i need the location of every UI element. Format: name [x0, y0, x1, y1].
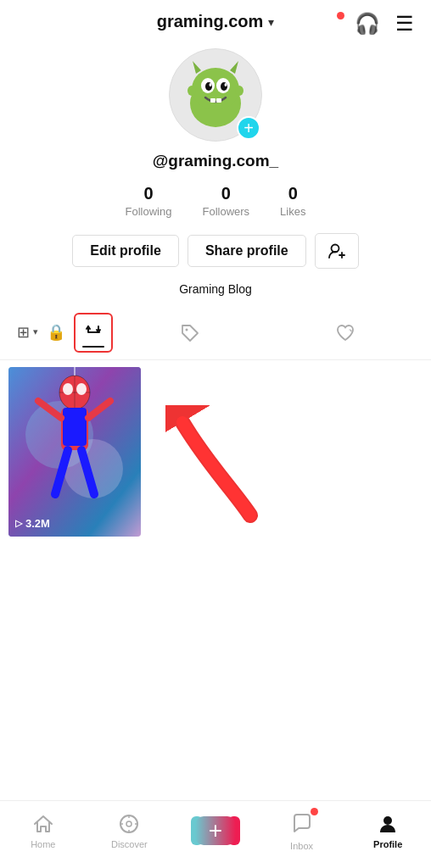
nav-profile[interactable]: Profile — [362, 812, 413, 849]
followers-count: 0 — [221, 184, 231, 203]
liked-icon — [334, 322, 356, 344]
svg-point-13 — [235, 86, 243, 96]
nav-home[interactable]: Home — [18, 812, 69, 849]
inbox-icon-wrap — [290, 810, 314, 837]
repost-icon — [82, 318, 104, 340]
content-grid: ▷ 3.2M — [0, 360, 431, 543]
header: graming.com ▾ 🎧 ☰ — [0, 0, 431, 40]
tab-repost-highlight — [74, 313, 113, 353]
filter-chevron-icon: ▾ — [33, 326, 38, 337]
profile-label: Profile — [373, 839, 402, 849]
video-item[interactable]: ▷ 3.2M — [8, 367, 141, 537]
svg-marker-3 — [230, 61, 238, 74]
lock-icon[interactable]: 🔒 — [47, 323, 65, 342]
svg-rect-11 — [216, 98, 221, 103]
svg-marker-2 — [193, 61, 201, 74]
thumbnail-image — [8, 367, 141, 537]
home-icon — [31, 812, 55, 836]
header-title-wrap[interactable]: graming.com ▾ — [157, 12, 275, 31]
video-thumbnail — [8, 367, 141, 537]
add-avatar-button[interactable]: + — [237, 116, 260, 140]
content-area: ▷ 3.2M — [0, 360, 431, 620]
bottom-nav: Home Discover + Inbox Profil — [0, 800, 431, 868]
stat-likes: 0 Likes — [280, 184, 305, 218]
svg-rect-28 — [63, 408, 87, 446]
filter-button[interactable]: ⊞ ▾ — [17, 323, 38, 342]
play-icon: ▷ — [15, 518, 22, 529]
view-count: 3.2M — [25, 517, 50, 530]
svg-point-9 — [225, 83, 227, 86]
inbox-icon — [290, 810, 314, 834]
nav-discover[interactable]: Discover — [104, 812, 154, 849]
username: @graming.com_ — [153, 152, 278, 170]
header-actions: 🎧 ☰ — [355, 12, 414, 36]
nav-add[interactable]: + — [190, 816, 241, 845]
content-tabs: ⊞ ▾ 🔒 — [0, 304, 431, 360]
tab-liked[interactable] — [268, 314, 423, 351]
following-label: Following — [126, 205, 172, 218]
discover-label: Discover — [111, 839, 148, 849]
inbox-badge — [311, 808, 318, 815]
headphones-icon[interactable]: 🎧 — [355, 12, 380, 36]
menu-icon[interactable]: ☰ — [395, 12, 414, 36]
followers-label: Followers — [202, 205, 249, 218]
svg-point-12 — [188, 86, 196, 96]
notification-dot — [337, 12, 344, 19]
action-row: Edit profile Share profile — [72, 233, 358, 269]
profile-nav-icon — [376, 812, 400, 836]
stats-row: 0 Following 0 Followers 0 Likes — [126, 184, 306, 218]
svg-point-25 — [63, 383, 73, 395]
tab-active-bar — [82, 346, 104, 348]
likes-count: 0 — [288, 184, 298, 203]
add-button[interactable]: + — [195, 816, 236, 845]
blog-label: Graming Blog — [179, 282, 252, 296]
svg-point-8 — [210, 83, 212, 86]
add-icon: + — [209, 819, 222, 843]
profile-section: + @graming.com_ 0 Following 0 Followers … — [0, 40, 431, 304]
svg-point-36 — [126, 821, 132, 826]
chevron-down-icon: ▾ — [268, 15, 274, 29]
likes-label: Likes — [280, 205, 305, 218]
share-profile-button[interactable]: Share profile — [188, 235, 306, 267]
stat-following: 0 Following — [126, 184, 172, 218]
play-count: ▷ 3.2M — [15, 517, 50, 530]
stat-followers: 0 Followers — [202, 184, 249, 218]
inbox-label: Inbox — [290, 841, 313, 851]
svg-point-17 — [186, 328, 188, 331]
nav-inbox[interactable]: Inbox — [277, 810, 327, 851]
svg-point-26 — [76, 383, 87, 395]
following-count: 0 — [143, 184, 153, 203]
add-friend-icon — [327, 242, 346, 260]
filter-grid-icon: ⊞ — [17, 323, 30, 342]
home-label: Home — [31, 839, 55, 849]
tab-repost[interactable] — [74, 304, 113, 359]
svg-point-1 — [192, 68, 239, 110]
svg-point-41 — [383, 816, 392, 825]
header-title: graming.com — [157, 12, 264, 31]
tab-tagged[interactable] — [113, 314, 268, 351]
avatar-wrap: + — [169, 48, 262, 142]
svg-rect-10 — [210, 98, 216, 103]
edit-profile-button[interactable]: Edit profile — [72, 235, 179, 267]
add-friend-button[interactable] — [315, 233, 359, 269]
tagged-icon — [179, 322, 201, 344]
discover-icon — [117, 812, 141, 836]
